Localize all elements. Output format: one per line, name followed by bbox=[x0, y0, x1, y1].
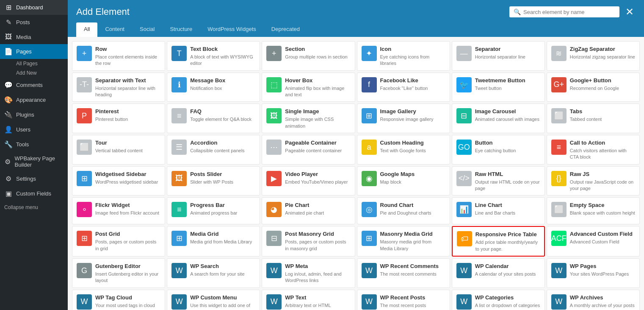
tab-content[interactable]: Content bbox=[97, 22, 132, 37]
element-card-wp-recent-comments[interactable]: WWP Recent CommentsThe most recent comme… bbox=[357, 258, 450, 288]
element-card-wp-categories[interactable]: WWP CategoriesA list or dropdown of cate… bbox=[452, 290, 545, 310]
element-card-row[interactable]: +RowPlace content elements inside the ro… bbox=[72, 41, 165, 71]
element-card-hover-box[interactable]: ⬚Hover BoxAnimated flip box with image a… bbox=[262, 73, 355, 102]
element-card-wp-text[interactable]: WWP TextArbitrary text or HTML bbox=[262, 290, 355, 310]
tab-all[interactable]: All bbox=[76, 22, 97, 37]
element-card-video-player[interactable]: ▶Video PlayerEmbed YouTube/Vimeo player bbox=[262, 166, 355, 196]
element-card-custom-heading[interactable]: aCustom HeadingText with Google fonts bbox=[357, 135, 450, 165]
element-card-media-grid[interactable]: ⊞Media GridMedia grid from Media Library bbox=[167, 226, 260, 257]
pageable-container-info: Pageable ContainerPageable content conta… bbox=[285, 140, 350, 154]
element-card-single-image[interactable]: 🖼Single ImageSimple image with CSS anima… bbox=[262, 103, 355, 133]
element-card-wp-search[interactable]: WWP SearchA search form for your site bbox=[167, 258, 260, 288]
search-input[interactable] bbox=[523, 9, 615, 15]
element-card-message-box[interactable]: ℹMessage BoxNotification box bbox=[167, 73, 260, 102]
element-card-text-block[interactable]: TText BlockA block of text with WYSIWYG … bbox=[167, 41, 260, 71]
element-card-facebook-like[interactable]: fFacebook LikeFacebook "Like" button bbox=[357, 73, 450, 102]
element-card-tour[interactable]: ⬜TourVertical tabbed content bbox=[72, 135, 165, 165]
sidebar-item-dashboard[interactable]: ⊞ Dashboard bbox=[0, 0, 68, 15]
element-card-pie-chart[interactable]: ◕Pie ChartAnimated pie chart bbox=[262, 197, 355, 224]
settings-icon: ⚙ bbox=[4, 175, 13, 183]
element-card-zigzag-separator[interactable]: ≋ZigZag SeparatorHorizontal zigzag separ… bbox=[547, 41, 640, 71]
element-card-pageable-container[interactable]: ⋯Pageable ContainerPageable content cont… bbox=[262, 135, 355, 165]
element-card-wp-custom-menu[interactable]: WWP Custom MenuUse this widget to add on… bbox=[167, 290, 260, 310]
sidebar-item-comments[interactable]: 💬 Comments bbox=[0, 78, 68, 92]
element-card-line-chart[interactable]: 📊Line ChartLine and Bar charts bbox=[452, 197, 545, 224]
element-card-separator[interactable]: —SeparatorHorizontal separator line bbox=[452, 41, 545, 71]
element-card-post-grid[interactable]: ⊞Post GridPosts, pages or custom posts i… bbox=[72, 226, 165, 257]
element-card-icon[interactable]: ✦IconEye catching icons from libraries bbox=[357, 41, 450, 71]
element-card-raw-js[interactable]: {}Raw JSOutput raw JavaScript code on yo… bbox=[547, 166, 640, 196]
element-card-round-chart[interactable]: ◎Round ChartPie and Doughnut charts bbox=[357, 197, 450, 224]
element-card-image-carousel[interactable]: ⊟Image CarouselAnimated carousel with im… bbox=[452, 103, 545, 133]
sidebar-item-plugins[interactable]: 🔌 Plugins bbox=[0, 107, 68, 122]
element-card-image-gallery[interactable]: ⊞Image GalleryResponsive image gallery bbox=[357, 103, 450, 133]
element-card-responsive-price-table[interactable]: 🏷Responsive Price TableAdd price table m… bbox=[452, 226, 545, 257]
tab-structure[interactable]: Structure bbox=[162, 22, 200, 37]
element-card-call-to-action[interactable]: ≡Call to ActionCatch visitors attention … bbox=[547, 135, 640, 165]
sidebar-item-pages[interactable]: 📄 Pages bbox=[0, 44, 68, 59]
button-info: ButtonEye catching button bbox=[475, 140, 540, 154]
sidebar-sub-add-new[interactable]: Add New bbox=[0, 68, 68, 78]
tour-desc: Vertical tabbed content bbox=[95, 148, 160, 154]
element-card-widgetised-sidebar[interactable]: ⊞Widgetised SidebarWordPress widgetised … bbox=[72, 166, 165, 196]
element-card-section[interactable]: +SectionGroup multiple rows in section bbox=[262, 41, 355, 71]
tab-wordpress-widgets[interactable]: WordPress Widgets bbox=[200, 22, 264, 37]
close-button[interactable]: ✕ bbox=[624, 7, 636, 17]
sidebar-item-media[interactable]: 🖼 Media bbox=[0, 30, 68, 44]
element-card-wp-tag-cloud[interactable]: WWP Tag CloudYour most used tags in clou… bbox=[72, 290, 165, 310]
tweetmeme-icon: 🐦 bbox=[456, 77, 472, 92]
sidebar-item-users[interactable]: 👤 Users bbox=[0, 122, 68, 137]
tab-deprecated[interactable]: Deprecated bbox=[264, 22, 307, 37]
raw-html-info: Raw HTMLOutput raw HTML code on your pag… bbox=[475, 171, 540, 192]
element-card-wp-recent-posts[interactable]: WWP Recent PostsThe most recent posts bbox=[357, 290, 450, 310]
sidebar-item-tools[interactable]: 🔧 Tools bbox=[0, 137, 68, 152]
element-card-tweetmeme[interactable]: 🐦Tweetmeme ButtonTweet button bbox=[452, 73, 545, 102]
element-card-button[interactable]: GOButtonEye catching button bbox=[452, 135, 545, 165]
sidebar-label-dashboard: Dashboard bbox=[16, 4, 43, 11]
element-card-gutenberg-editor[interactable]: GGutenberg EditorInsert Gutenberg editor… bbox=[72, 258, 165, 288]
element-card-google-plus[interactable]: G+Google+ ButtonRecommend on Google bbox=[547, 73, 640, 102]
line-chart-icon: 📊 bbox=[456, 202, 472, 217]
element-card-advanced-custom-field[interactable]: ACFAdvanced Custom FieldAdvanced Custom … bbox=[547, 226, 640, 257]
element-card-empty-space[interactable]: ⬜Empty SpaceBlank space with custom heig… bbox=[547, 197, 640, 224]
element-card-separator-text[interactable]: -T-Separator with TextHorizontal separat… bbox=[72, 73, 165, 102]
pie-chart-icon: ◕ bbox=[266, 202, 282, 217]
pinterest-icon: P bbox=[77, 108, 92, 123]
single-image-name: Single Image bbox=[285, 108, 350, 115]
wp-search-info: WP SearchA search form for your site bbox=[190, 263, 255, 277]
element-card-progress-bar[interactable]: ≡Progress BarAnimated progress bar bbox=[167, 197, 260, 224]
tabs-name: Tabs bbox=[570, 108, 635, 115]
element-card-wp-archives[interactable]: WWP ArchivesA monthly archive of your po… bbox=[547, 290, 640, 310]
raw-js-icon: {} bbox=[551, 171, 567, 186]
element-card-faq[interactable]: ≡FAQToggle element for Q&A block bbox=[167, 103, 260, 133]
section-name: Section bbox=[285, 46, 350, 53]
google-plus-info: Google+ ButtonRecommend on Google bbox=[570, 77, 635, 92]
element-card-flickr-widget[interactable]: ⚬Flickr WidgetImage feed from Flickr acc… bbox=[72, 197, 165, 224]
collapse-menu[interactable]: Collapse menu bbox=[0, 201, 68, 214]
sidebar-item-settings[interactable]: ⚙ Settings bbox=[0, 171, 68, 186]
element-card-wp-calendar[interactable]: WWP CalendarA calendar of your sites pos… bbox=[452, 258, 545, 288]
element-card-tabs[interactable]: ⬜TabsTabbed content bbox=[547, 103, 640, 133]
image-carousel-info: Image CarouselAnimated carousel with ima… bbox=[475, 108, 540, 123]
gutenberg-editor-name: Gutenberg Editor bbox=[95, 263, 160, 270]
element-card-post-masonry-grid[interactable]: ⊟Post Masonry GridPosts, pages or custom… bbox=[262, 226, 355, 257]
element-card-google-maps[interactable]: ◉Google MapsMap block bbox=[357, 166, 450, 196]
element-card-accordion[interactable]: ☰AccordionCollapsible content panels bbox=[167, 135, 260, 165]
element-card-masonry-media-grid[interactable]: ⊞Masonry Media GridMasonry media grid fr… bbox=[357, 226, 450, 257]
pinterest-info: PinterestPinterest button bbox=[95, 108, 160, 123]
sidebar-item-custom-fields[interactable]: ▣ Custom Fields bbox=[0, 186, 68, 201]
element-card-pinterest[interactable]: PPinterestPinterest button bbox=[72, 103, 165, 133]
element-card-wp-meta[interactable]: WWP MetaLog in/out, admin, feed and Word… bbox=[262, 258, 355, 288]
tab-social[interactable]: Social bbox=[132, 22, 162, 37]
sidebar-sub-all-pages[interactable]: All Pages bbox=[0, 59, 68, 68]
sidebar-item-wpbakery[interactable]: ⚙ WPBakery Page Builder bbox=[0, 152, 68, 171]
wp-archives-name: WP Archives bbox=[570, 294, 635, 302]
sidebar-item-posts[interactable]: ✎ Posts bbox=[0, 15, 68, 30]
element-card-raw-html[interactable]: </>Raw HTMLOutput raw HTML code on your … bbox=[452, 166, 545, 196]
sidebar-item-appearance[interactable]: 🎨 Appearance bbox=[0, 92, 68, 107]
element-card-wp-pages[interactable]: WWP PagesYour sites WordPress Pages bbox=[547, 258, 640, 288]
image-gallery-info: Image GalleryResponsive image gallery bbox=[380, 108, 445, 123]
element-card-posts-slider[interactable]: 🖼Posts SliderSlider with WP Posts bbox=[167, 166, 260, 196]
wp-tag-cloud-desc: Your most used tags in cloud bbox=[95, 302, 160, 309]
wp-recent-comments-info: WP Recent CommentsThe most recent commen… bbox=[380, 263, 445, 277]
